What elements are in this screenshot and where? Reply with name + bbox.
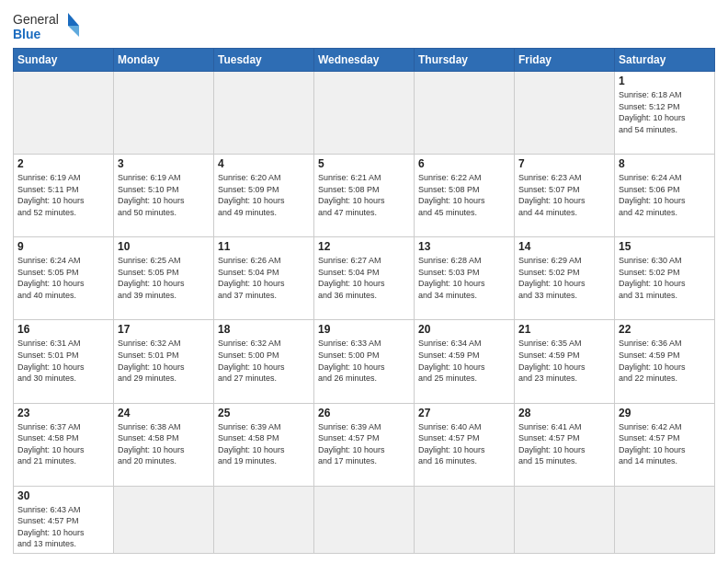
calendar-cell — [415, 72, 515, 155]
calendar-cell — [114, 72, 214, 155]
calendar-cell — [314, 486, 415, 553]
day-number: 5 — [318, 157, 410, 170]
calendar-cell: 24Sunrise: 6:38 AM Sunset: 4:58 PM Dayli… — [114, 403, 214, 486]
header: General Blue — [13, 9, 715, 42]
calendar-cell: 14Sunrise: 6:29 AM Sunset: 5:02 PM Dayli… — [515, 237, 615, 320]
day-info: Sunrise: 6:19 AM Sunset: 5:11 PM Dayligh… — [17, 172, 109, 218]
svg-text:General: General — [13, 12, 59, 27]
calendar-cell — [14, 72, 114, 155]
day-info: Sunrise: 6:33 AM Sunset: 5:00 PM Dayligh… — [318, 338, 410, 384]
day-number: 9 — [17, 240, 109, 253]
calendar-cell: 7Sunrise: 6:23 AM Sunset: 5:07 PM Daylig… — [515, 155, 615, 237]
weekday-header-wednesday: Wednesday — [314, 49, 415, 72]
day-number: 21 — [518, 323, 610, 336]
day-number: 22 — [619, 323, 711, 336]
calendar-cell: 1Sunrise: 6:18 AM Sunset: 5:12 PM Daylig… — [615, 72, 715, 155]
day-number: 26 — [318, 407, 410, 419]
calendar-cell: 16Sunrise: 6:31 AM Sunset: 5:01 PM Dayli… — [14, 320, 114, 403]
weekday-header-tuesday: Tuesday — [214, 49, 314, 72]
calendar-cell — [615, 486, 715, 553]
calendar-week-row: 2Sunrise: 6:19 AM Sunset: 5:11 PM Daylig… — [14, 155, 715, 237]
day-info: Sunrise: 6:24 AM Sunset: 5:06 PM Dayligh… — [619, 172, 711, 218]
day-number: 28 — [518, 407, 610, 419]
page: General Blue SundayMondayTuesdayWednesda… — [0, 0, 728, 563]
day-info: Sunrise: 6:31 AM Sunset: 5:01 PM Dayligh… — [17, 338, 109, 384]
calendar-cell: 26Sunrise: 6:39 AM Sunset: 4:57 PM Dayli… — [314, 403, 415, 486]
day-number: 14 — [518, 240, 610, 253]
calendar-week-row: 23Sunrise: 6:37 AM Sunset: 4:58 PM Dayli… — [14, 403, 715, 486]
calendar-cell: 20Sunrise: 6:34 AM Sunset: 4:59 PM Dayli… — [415, 320, 515, 403]
day-number: 16 — [17, 323, 109, 336]
day-info: Sunrise: 6:23 AM Sunset: 5:07 PM Dayligh… — [518, 172, 610, 218]
day-number: 27 — [418, 407, 510, 419]
calendar-cell: 30Sunrise: 6:43 AM Sunset: 4:57 PM Dayli… — [14, 486, 114, 553]
day-number: 19 — [318, 323, 410, 336]
calendar-week-row: 16Sunrise: 6:31 AM Sunset: 5:01 PM Dayli… — [14, 320, 715, 403]
day-info: Sunrise: 6:27 AM Sunset: 5:04 PM Dayligh… — [318, 255, 410, 301]
calendar-cell: 28Sunrise: 6:41 AM Sunset: 4:57 PM Dayli… — [515, 403, 615, 486]
day-number: 11 — [218, 240, 310, 253]
day-info: Sunrise: 6:40 AM Sunset: 4:57 PM Dayligh… — [418, 421, 510, 467]
svg-text:Blue: Blue — [13, 27, 41, 41]
day-info: Sunrise: 6:21 AM Sunset: 5:08 PM Dayligh… — [318, 172, 410, 218]
day-number: 30 — [17, 489, 109, 502]
day-info: Sunrise: 6:25 AM Sunset: 5:05 PM Dayligh… — [118, 255, 210, 301]
weekday-header-saturday: Saturday — [615, 49, 715, 72]
calendar-cell: 13Sunrise: 6:28 AM Sunset: 5:03 PM Dayli… — [415, 237, 515, 320]
weekday-header-thursday: Thursday — [415, 49, 515, 72]
day-info: Sunrise: 6:39 AM Sunset: 4:58 PM Dayligh… — [218, 421, 310, 467]
day-number: 7 — [518, 157, 610, 170]
day-info: Sunrise: 6:38 AM Sunset: 4:58 PM Dayligh… — [118, 421, 210, 467]
weekday-header-sunday: Sunday — [14, 49, 114, 72]
day-info: Sunrise: 6:20 AM Sunset: 5:09 PM Dayligh… — [218, 172, 310, 218]
day-info: Sunrise: 6:32 AM Sunset: 5:00 PM Dayligh… — [218, 338, 310, 384]
calendar-cell: 25Sunrise: 6:39 AM Sunset: 4:58 PM Dayli… — [214, 403, 314, 486]
calendar-cell: 18Sunrise: 6:32 AM Sunset: 5:00 PM Dayli… — [214, 320, 314, 403]
day-number: 3 — [118, 157, 210, 170]
weekday-header-friday: Friday — [515, 49, 615, 72]
day-number: 24 — [118, 407, 210, 419]
calendar-cell: 29Sunrise: 6:42 AM Sunset: 4:57 PM Dayli… — [615, 403, 715, 486]
calendar-cell: 4Sunrise: 6:20 AM Sunset: 5:09 PM Daylig… — [214, 155, 314, 237]
calendar-cell: 5Sunrise: 6:21 AM Sunset: 5:08 PM Daylig… — [314, 155, 415, 237]
calendar-cell: 8Sunrise: 6:24 AM Sunset: 5:06 PM Daylig… — [615, 155, 715, 237]
day-info: Sunrise: 6:36 AM Sunset: 4:59 PM Dayligh… — [619, 338, 711, 384]
day-number: 2 — [17, 157, 109, 170]
calendar-cell: 11Sunrise: 6:26 AM Sunset: 5:04 PM Dayli… — [214, 237, 314, 320]
svg-marker-3 — [68, 26, 79, 37]
calendar-cell: 10Sunrise: 6:25 AM Sunset: 5:05 PM Dayli… — [114, 237, 214, 320]
calendar-week-row: 1Sunrise: 6:18 AM Sunset: 5:12 PM Daylig… — [14, 72, 715, 155]
day-number: 4 — [218, 157, 310, 170]
calendar-cell: 12Sunrise: 6:27 AM Sunset: 5:04 PM Dayli… — [314, 237, 415, 320]
day-number: 13 — [418, 240, 510, 253]
day-number: 8 — [619, 157, 711, 170]
day-number: 10 — [118, 240, 210, 253]
day-info: Sunrise: 6:43 AM Sunset: 4:57 PM Dayligh… — [17, 504, 109, 550]
day-number: 17 — [118, 323, 210, 336]
day-number: 12 — [318, 240, 410, 253]
logo: General Blue — [13, 9, 86, 42]
calendar-cell — [515, 72, 615, 155]
calendar-cell — [214, 486, 314, 553]
day-info: Sunrise: 6:26 AM Sunset: 5:04 PM Dayligh… — [218, 255, 310, 301]
calendar-cell: 3Sunrise: 6:19 AM Sunset: 5:10 PM Daylig… — [114, 155, 214, 237]
day-info: Sunrise: 6:28 AM Sunset: 5:03 PM Dayligh… — [418, 255, 510, 301]
calendar-cell — [214, 72, 314, 155]
calendar-cell: 21Sunrise: 6:35 AM Sunset: 4:59 PM Dayli… — [515, 320, 615, 403]
calendar-cell: 17Sunrise: 6:32 AM Sunset: 5:01 PM Dayli… — [114, 320, 214, 403]
weekday-header-row: SundayMondayTuesdayWednesdayThursdayFrid… — [14, 49, 715, 72]
calendar-cell — [515, 486, 615, 553]
day-info: Sunrise: 6:39 AM Sunset: 4:57 PM Dayligh… — [318, 421, 410, 467]
day-info: Sunrise: 6:30 AM Sunset: 5:02 PM Dayligh… — [619, 255, 711, 301]
day-info: Sunrise: 6:34 AM Sunset: 4:59 PM Dayligh… — [418, 338, 510, 384]
day-number: 18 — [218, 323, 310, 336]
calendar-table: SundayMondayTuesdayWednesdayThursdayFrid… — [13, 48, 715, 554]
calendar-cell: 22Sunrise: 6:36 AM Sunset: 4:59 PM Dayli… — [615, 320, 715, 403]
calendar-cell: 19Sunrise: 6:33 AM Sunset: 5:00 PM Dayli… — [314, 320, 415, 403]
day-number: 6 — [418, 157, 510, 170]
calendar-cell — [314, 72, 415, 155]
day-info: Sunrise: 6:32 AM Sunset: 5:01 PM Dayligh… — [118, 338, 210, 384]
day-number: 25 — [218, 407, 310, 419]
day-info: Sunrise: 6:18 AM Sunset: 5:12 PM Dayligh… — [619, 89, 711, 135]
day-number: 23 — [17, 407, 109, 419]
